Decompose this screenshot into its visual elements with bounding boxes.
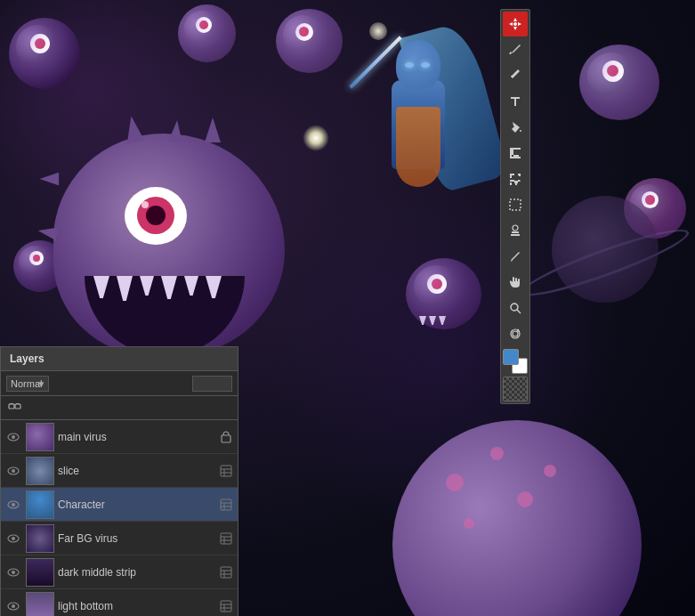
eye-mr [427,274,447,294]
zoom-tool-btn[interactable] [503,296,528,320]
fill-tool-btn[interactable] [503,115,528,140]
eye-r1 [602,61,624,82]
layer-thumbnail [26,592,54,617]
tooth-5 [184,276,198,296]
layer-visibility-toggle[interactable] [4,530,22,547]
layer-name-label: light bottom [58,600,214,612]
toolbar [500,9,530,404]
layer-options-icon[interactable] [218,531,234,547]
character-head [396,40,440,89]
sword [349,36,401,88]
layer-visibility-toggle[interactable] [4,462,22,480]
layer-row[interactable]: dark middle strip [1,555,238,589]
spot-4 [464,518,474,529]
layer-name-label: slice [58,465,214,477]
opacity-field[interactable]: 100% [192,376,232,392]
main-virus-eye-shine [141,201,149,208]
svg-point-14 [12,469,15,473]
layer-thumbnail [26,423,54,451]
layer-row[interactable]: Far BG virus [1,522,238,555]
eraser-tool-btn[interactable] [503,63,528,88]
svg-rect-12 [222,435,230,442]
move-tool-btn[interactable] [503,12,528,36]
blob-small-2 [178,4,236,62]
svg-point-38 [12,604,15,608]
layers-toolbar-row [1,396,238,420]
main-virus-pupil [146,206,166,225]
spot-1 [446,474,464,491]
crop-tool-btn[interactable] [503,141,528,166]
brush-tool-btn[interactable] [503,37,528,62]
layer-row[interactable]: light bottom [1,589,238,616]
layer-visibility-toggle[interactable] [4,428,22,446]
layer-row[interactable]: slice [1,454,238,488]
svg-point-1 [513,225,518,231]
blend-mode-select[interactable]: NormalMultiplyScreenOverlayDarkenLighten [6,376,49,392]
layer-options-icon[interactable] [218,564,234,580]
layer-thumbnail [26,490,54,519]
light-flash [303,125,329,151]
hand-tool-btn[interactable] [503,270,528,295]
rotate-tool-btn[interactable] [503,321,528,346]
layer-name-label: Far BG virus [58,532,214,545]
bt-3 [439,316,446,325]
planet [552,196,659,303]
fg-color-swatch[interactable] [503,349,519,365]
main-virus-mouth [85,276,245,356]
text-tool-btn[interactable] [503,89,528,114]
layers-title: Layers [10,353,44,365]
blob-right-1 [579,45,659,120]
spot-3 [517,491,533,507]
blob-teeth [419,316,446,325]
blob-bottom-right [392,420,642,616]
tooth-1 [93,276,109,298]
svg-rect-9 [16,403,20,404]
svg-rect-8 [15,404,20,409]
stamp-tool-btn[interactable] [503,218,528,243]
layer-lock-icon[interactable] [218,429,234,445]
svg-rect-7 [10,403,13,404]
svg-rect-15 [221,466,231,476]
marquee-tool-btn[interactable] [503,192,528,217]
new-layer-group-btn[interactable] [6,399,24,417]
layer-row[interactable]: Character [1,488,238,522]
svg-rect-3 [511,234,520,236]
layer-options-icon[interactable] [218,598,234,614]
spike-3 [205,118,221,142]
tooth-2 [117,276,133,301]
eye-lm [29,251,44,265]
eye-3 [295,23,313,41]
layers-panel-header: Layers [1,347,238,371]
tooth-6 [206,276,222,298]
layers-panel: Layers NormalMultiplyScreenOverlayDarken… [0,346,238,616]
layers-blend-row: NormalMultiplyScreenOverlayDarkenLighten… [1,371,238,396]
spot-2 [490,447,504,460]
svg-point-4 [511,304,518,311]
layer-thumbnail [26,558,54,587]
svg-rect-6 [9,404,14,409]
layer-options-icon[interactable] [218,497,234,513]
main-virus-iris [137,197,174,234]
character-warrior [347,9,489,249]
layer-visibility-toggle[interactable] [4,496,22,514]
transform-tool-btn[interactable] [503,166,528,191]
svg-point-20 [12,503,15,507]
spot-5 [544,465,556,477]
spike-2 [168,119,184,142]
layer-row[interactable]: main virus [1,420,238,454]
svg-rect-39 [221,601,231,612]
spike-left [40,173,60,186]
layer-visibility-toggle[interactable] [4,597,22,615]
layer-options-icon[interactable] [218,463,234,479]
color-swatches[interactable] [503,349,528,374]
svg-point-11 [12,435,15,439]
pen-tool-btn[interactable] [503,244,528,269]
texture-btn[interactable] [503,377,528,401]
layer-thumbnail [26,524,54,553]
eye-1 [30,34,50,53]
svg-point-26 [12,537,15,540]
svg-rect-21 [221,499,231,510]
layers-list: main virus slice Character Far BG v [1,420,238,616]
layer-visibility-toggle[interactable] [4,563,22,581]
bt-1 [419,316,426,325]
